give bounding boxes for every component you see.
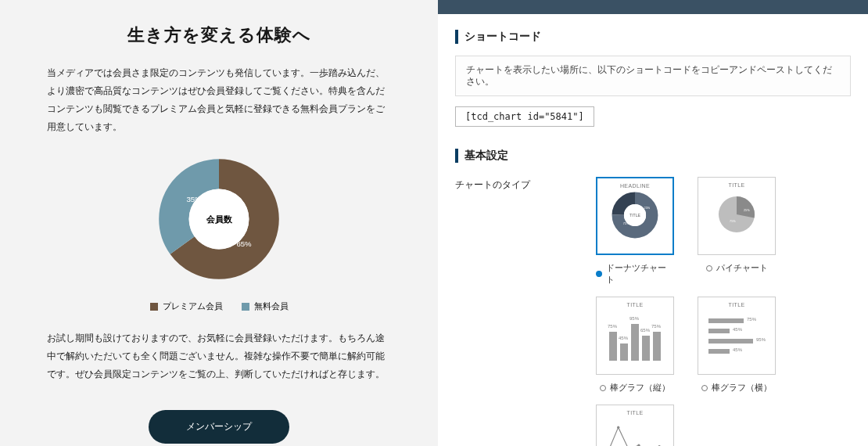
legend-swatch: [242, 303, 249, 311]
chart-type-option[interactable]: TITLE線グラフ: [596, 405, 674, 446]
legend-item: プレミアム会員: [150, 300, 223, 312]
chart-type-option[interactable]: TITLE75%45%95%65%75%棒グラフ（縦）: [596, 297, 674, 394]
chart-type-thumbnail[interactable]: HEADLINETITLE25%75%: [596, 177, 674, 255]
section-shortcode-title: ショートコード: [455, 30, 851, 44]
chart-type-label: チャートのタイプ: [455, 177, 596, 446]
svg-text:75%: 75%: [623, 222, 629, 225]
chart-type-picker: HEADLINETITLE25%75%ドーナツチャートTITLE25%75%パイ…: [596, 177, 851, 446]
shortcode-instructions: チャートを表示したい場所に、以下のショートコードをコピーアンドペーストしてくださ…: [455, 56, 851, 96]
chart-type-radio[interactable]: 棒グラフ（横）: [701, 382, 772, 394]
chart-legend: プレミアム会員 無料会員: [150, 300, 289, 312]
intro-text-2: お試し期間も設けておりますので、お気軽に会員登録いただけます。もちろん途中で解約…: [47, 329, 391, 383]
chart-type-radio[interactable]: ドーナツチャート: [596, 262, 674, 286]
settings-panel: ショートコード チャートを表示したい場所に、以下のショートコードをコピーアンドペ…: [438, 0, 868, 446]
chart-type-option[interactable]: TITLE25%75%パイチャート: [698, 177, 776, 286]
svg-text:25%: 25%: [644, 207, 651, 210]
preview-panel: 生き方を変える体験へ 当メディアでは会員さま限定のコンテンツも発信しています。一…: [0, 0, 438, 446]
donut-chart: 65% 35% 会員数 プレミアム会員 無料会員: [47, 156, 391, 312]
legend-swatch: [150, 303, 158, 311]
chart-type-option[interactable]: TITLE75%45%95%45%棒グラフ（横）: [698, 297, 776, 394]
page-title: 生き方を変える体験へ: [47, 23, 391, 47]
chart-type-radio[interactable]: パイチャート: [706, 262, 768, 274]
chart-type-thumbnail[interactable]: TITLE: [596, 405, 674, 446]
chart-type-option[interactable]: HEADLINETITLE25%75%ドーナツチャート: [596, 177, 674, 286]
chart-type-thumbnail[interactable]: TITLE75%45%95%65%75%: [596, 297, 674, 375]
svg-text:75%: 75%: [730, 220, 736, 223]
section-basic-title: 基本設定: [455, 149, 851, 163]
legend-label: 無料会員: [254, 300, 289, 312]
svg-point-15: [617, 426, 619, 429]
svg-text:25%: 25%: [744, 209, 750, 212]
chart-type-thumbnail[interactable]: TITLE25%75%: [698, 177, 776, 255]
legend-label: プレミアム会員: [163, 300, 223, 312]
membership-button[interactable]: メンバーシップ: [149, 410, 289, 444]
svg-text:TITLE: TITLE: [629, 213, 641, 218]
chart-type-thumbnail[interactable]: TITLE75%45%95%45%: [698, 297, 776, 375]
intro-text-1: 当メディアでは会員さま限定のコンテンツも発信しています。一歩踏み込んだ、より濃密…: [47, 64, 391, 136]
donut-center-label: 会員数: [156, 156, 282, 282]
legend-item: 無料会員: [242, 300, 289, 312]
chart-type-radio[interactable]: 棒グラフ（縦）: [600, 382, 670, 394]
shortcode-value[interactable]: [tcd_chart id="5841"]: [455, 106, 594, 127]
